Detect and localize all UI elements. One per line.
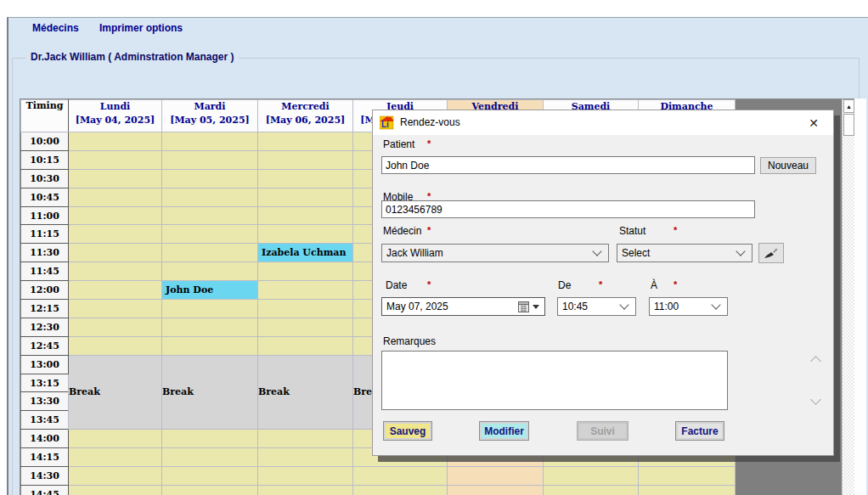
slot-cell[interactable] [69, 318, 162, 336]
dropdown-arrow-icon [533, 305, 539, 309]
slot-cell[interactable] [162, 188, 258, 206]
scroll-up-arrow-icon[interactable]: ▲ [843, 99, 854, 113]
textarea-scroll-down-icon[interactable] [810, 394, 821, 405]
slot-cell[interactable] [162, 485, 258, 495]
slot-cell[interactable] [258, 318, 353, 336]
slot-cell[interactable] [258, 225, 353, 244]
slot-cell[interactable] [162, 206, 258, 225]
slot-cell[interactable] [162, 467, 258, 486]
slot-cell[interactable] [69, 336, 162, 355]
slot-cell[interactable] [69, 262, 162, 281]
slot-cell[interactable] [258, 336, 353, 355]
break-cell: Break [69, 355, 162, 430]
slot-cell[interactable] [162, 262, 258, 281]
slot-cell[interactable] [258, 188, 353, 206]
appointment-cell[interactable]: John Doe [162, 281, 258, 300]
slot-cell[interactable] [448, 485, 544, 495]
slot-cell[interactable] [162, 169, 258, 188]
menu-bar: Médecins Imprimer options [8, 18, 868, 38]
time-cell: 11:00 [21, 206, 69, 225]
close-icon[interactable]: ✕ [801, 114, 826, 132]
time-cell: 10:15 [21, 150, 69, 169]
de-time-select[interactable]: 10:45 [557, 297, 636, 316]
slot-cell[interactable] [544, 467, 639, 486]
brush-icon [764, 247, 779, 259]
save-button[interactable]: Sauveg [383, 421, 432, 441]
slot-cell[interactable] [258, 150, 353, 169]
time-cell: 10:45 [21, 188, 69, 206]
slot-cell[interactable] [69, 206, 162, 225]
slot-cell[interactable] [162, 430, 258, 448]
slot-cell[interactable] [639, 467, 736, 486]
mobile-input[interactable] [381, 200, 755, 218]
slot-cell[interactable] [69, 467, 162, 486]
slot-cell[interactable] [162, 336, 258, 355]
slot-cell[interactable] [258, 169, 353, 188]
appointment-cell[interactable]: Izabela Uchman [258, 244, 353, 262]
break-cell: Break [162, 355, 258, 430]
nouveau-button[interactable]: Nouveau [760, 157, 816, 174]
slot-cell[interactable] [69, 448, 162, 467]
patient-input[interactable] [381, 156, 755, 174]
slot-cell[interactable] [544, 485, 639, 495]
menu-item-medecins[interactable]: Médecins [32, 22, 79, 34]
medecin-label: Médecin [383, 225, 421, 237]
a-time-select[interactable]: 11:00 [649, 297, 728, 316]
date-required-marker: * [427, 279, 431, 290]
statut-select-value: Select [617, 247, 737, 259]
slot-cell[interactable] [69, 281, 162, 300]
time-cell: 13:00 [21, 355, 69, 374]
slot-cell[interactable] [258, 300, 353, 318]
slot-cell[interactable] [258, 448, 353, 467]
a-required-marker: * [674, 279, 677, 290]
slot-cell[interactable] [69, 225, 162, 244]
slot-cell[interactable] [639, 485, 736, 495]
modify-button[interactable]: Modifier [479, 421, 529, 441]
color-brush-button[interactable] [758, 243, 784, 263]
slot-cell[interactable] [162, 318, 258, 336]
slot-cell[interactable] [69, 485, 162, 495]
invoice-button[interactable]: Facture [675, 421, 724, 441]
slot-cell[interactable] [69, 169, 162, 188]
slot-cell[interactable] [258, 281, 353, 300]
slot-cell[interactable] [69, 132, 162, 151]
slot-cell[interactable] [162, 132, 258, 151]
slot-cell[interactable] [69, 430, 162, 448]
time-cell: 13:15 [21, 374, 69, 392]
slot-cell[interactable] [258, 262, 353, 281]
date-picker[interactable]: May 07, 2025 [381, 297, 545, 316]
slot-cell[interactable] [258, 485, 353, 495]
slot-cell[interactable] [162, 225, 258, 244]
slot-cell[interactable] [353, 467, 448, 486]
de-time-value: 10:45 [558, 301, 621, 312]
slot-cell[interactable] [69, 188, 162, 206]
vertical-scrollbar[interactable]: ▲ [842, 99, 855, 495]
medecin-select[interactable]: Jack William [381, 244, 609, 262]
statut-select[interactable]: Select [617, 244, 752, 262]
slot-cell[interactable] [162, 300, 258, 318]
slot-cell[interactable] [162, 150, 258, 169]
remarques-textarea[interactable] [381, 351, 728, 410]
medecin-required-marker: * [427, 225, 431, 235]
slot-cell[interactable] [258, 467, 353, 486]
time-cell: 13:30 [21, 392, 69, 411]
slot-cell[interactable] [69, 300, 162, 318]
slot-cell[interactable] [258, 430, 353, 448]
day-header-mardi: Mardi[May 05, 2025] [162, 100, 258, 132]
textarea-scroll-up-icon[interactable] [810, 356, 821, 367]
screen: Médecins Imprimer options Dr.Jack Willia… [0, 0, 868, 495]
de-label: De [558, 279, 571, 291]
slot-cell[interactable] [353, 485, 448, 495]
menu-item-imprimer-options[interactable]: Imprimer options [99, 22, 183, 34]
slot-cell[interactable] [448, 467, 544, 486]
scrollbar-thumb[interactable] [843, 114, 854, 136]
slot-cell[interactable] [69, 244, 162, 262]
slot-cell[interactable] [258, 206, 353, 225]
slot-cell[interactable] [69, 150, 162, 169]
time-cell: 11:45 [21, 262, 69, 281]
slot-cell[interactable] [258, 132, 353, 151]
slot-cell[interactable] [162, 244, 258, 262]
timing-column-header: Timing [21, 100, 69, 132]
dialog-titlebar[interactable]: Li Rendez-vous ✕ [373, 110, 833, 135]
slot-cell[interactable] [162, 448, 258, 467]
